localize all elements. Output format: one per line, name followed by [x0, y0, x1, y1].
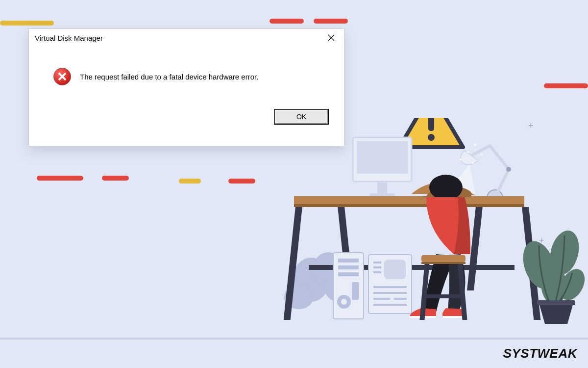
monitor-illustration — [353, 137, 412, 198]
dialog-message: The request failed due to a fatal device… — [80, 73, 258, 81]
svg-rect-20 — [294, 204, 524, 207]
svg-point-13 — [460, 158, 462, 160]
svg-point-11 — [474, 144, 477, 146]
error-x-icon — [53, 68, 71, 85]
svg-rect-45 — [443, 316, 463, 318]
svg-rect-29 — [338, 272, 359, 276]
svg-rect-30 — [352, 282, 359, 300]
svg-rect-34 — [384, 260, 406, 279]
svg-rect-16 — [357, 141, 408, 174]
dialog-title-bar: Virtual Disk Manager — [29, 29, 344, 47]
svg-point-32 — [341, 299, 347, 305]
desk-scene — [274, 118, 588, 348]
svg-point-10 — [467, 151, 469, 153]
svg-rect-27 — [338, 259, 359, 263]
svg-point-43 — [429, 175, 463, 200]
svg-point-14 — [472, 162, 474, 164]
accent-dash — [544, 83, 588, 88]
accent-dash — [314, 19, 348, 24]
svg-point-8 — [506, 167, 511, 172]
dialog-title: Virtual Disk Manager — [35, 34, 324, 42]
svg-rect-55 — [537, 300, 575, 305]
svg-rect-26 — [333, 253, 364, 319]
accent-dash — [102, 176, 129, 181]
svg-rect-17 — [377, 183, 387, 193]
svg-rect-1 — [428, 118, 434, 131]
computer-tower-illustration — [333, 253, 412, 319]
svg-rect-47 — [421, 262, 466, 264]
brand-logo: SYSTWEAK — [503, 346, 577, 361]
svg-rect-46 — [421, 255, 466, 262]
accent-dash — [270, 19, 304, 24]
accent-dash — [228, 179, 255, 184]
svg-point-12 — [481, 154, 483, 156]
accent-dash — [179, 179, 201, 184]
accent-dash — [37, 176, 83, 181]
dialog-body: The request failed due to a fatal device… — [29, 47, 344, 101]
svg-point-2 — [428, 134, 435, 141]
svg-rect-19 — [294, 196, 524, 204]
svg-rect-28 — [338, 265, 359, 269]
svg-rect-50 — [424, 294, 464, 298]
accent-dash — [0, 21, 54, 26]
close-icon[interactable] — [324, 31, 338, 45]
